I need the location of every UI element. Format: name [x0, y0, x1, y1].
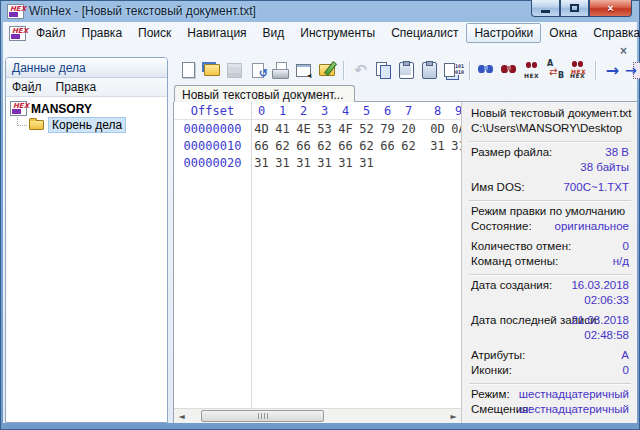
hex-byte[interactable]: 41 [272, 122, 293, 136]
hex-byte[interactable]: 0A [448, 122, 461, 136]
tree-item-case-child[interactable]: Корень дела [17, 117, 165, 133]
case-icon [10, 101, 27, 116]
details-label: Атрибуты: [471, 349, 525, 361]
details-label: Команд отмены: [471, 255, 558, 267]
menu-item[interactable]: Вид [255, 23, 293, 43]
find-hex-icon[interactable] [498, 59, 521, 81]
details-value[interactable]: 02:48:58 [584, 329, 629, 341]
menu-item[interactable]: Настройки [466, 23, 541, 43]
hex-row: 0000001066626662666266623131 [174, 137, 461, 154]
paste-write-icon[interactable] [395, 59, 418, 81]
copy-icon[interactable] [372, 59, 395, 81]
details-value[interactable]: 16.03.2018 [571, 279, 629, 291]
print-preview-icon[interactable] [246, 59, 269, 81]
replace-hex-icon[interactable] [567, 59, 590, 81]
details-row: Дата последней записи:21.03.2018 [471, 314, 629, 329]
case-panel-title: Данные дела [6, 58, 167, 78]
hex-byte[interactable]: 20 [398, 122, 419, 136]
hex-byte[interactable]: 62 [398, 139, 419, 153]
menu-item[interactable]: Специалист [383, 23, 466, 43]
hex-byte[interactable]: 66 [335, 139, 356, 153]
open-folder-icon[interactable] [200, 59, 223, 81]
edit-data-icon[interactable] [315, 59, 338, 81]
details-label: Имя DOS: [471, 181, 525, 193]
details-label: Дата создания: [471, 279, 552, 291]
details-separator [471, 270, 629, 279]
find-hex-values-icon[interactable] [521, 59, 544, 81]
maximize-button[interactable] [560, 0, 589, 17]
hex-byte[interactable]: 31 [251, 156, 272, 170]
hex-editor[interactable]: Offset 0123456789 000000004D414E534F5279… [174, 102, 461, 408]
hex-byte[interactable]: 31 [314, 156, 335, 170]
hex-byte[interactable]: 62 [314, 139, 335, 153]
hex-byte[interactable]: 66 [293, 139, 314, 153]
text-converter-icon[interactable]: B [544, 59, 567, 81]
details-value[interactable]: шестнадцатеричный [519, 403, 629, 415]
hex-byte[interactable]: 31 [448, 139, 461, 153]
print-icon[interactable] [269, 59, 292, 81]
case-menu-item[interactable]: Правка [56, 80, 97, 94]
hex-byte[interactable]: 4D [251, 122, 272, 136]
case-menu-item[interactable]: Файл [12, 80, 42, 94]
offset-column-divider [251, 102, 252, 408]
hex-byte[interactable]: 31 [293, 156, 314, 170]
hex-byte[interactable]: 31 [272, 156, 293, 170]
hex-byte[interactable]: 31 [427, 139, 448, 153]
minimize-button[interactable] [531, 0, 560, 17]
scrollbar-track[interactable] [189, 409, 446, 423]
menu-item[interactable]: Файл [28, 23, 74, 43]
document-tab[interactable]: Новый текстовый документ... [174, 85, 355, 102]
details-value[interactable]: 21.03.2018 [571, 314, 629, 326]
menu-item[interactable]: Навигация [179, 23, 254, 43]
close-button[interactable]: × [589, 0, 632, 17]
toolbar-separator [469, 61, 470, 80]
hex-byte[interactable]: 4E [293, 122, 314, 136]
details-value[interactable]: оригинальное [555, 220, 629, 232]
hex-byte[interactable]: 79 [377, 122, 398, 136]
new-file-icon[interactable] [177, 59, 200, 81]
menu-item[interactable]: Справка [585, 23, 640, 43]
details-value[interactable]: 0 [623, 364, 629, 376]
copy-binary-icon[interactable] [441, 59, 464, 81]
details-row: Дата создания:16.03.2018 [471, 279, 629, 294]
scrollbar-thumb[interactable] [201, 410, 324, 422]
details-value[interactable]: шестнадцатеричный [519, 388, 629, 400]
details-value[interactable]: н/д [613, 255, 629, 267]
menu-item[interactable]: Поиск [130, 23, 179, 43]
details-text: C:\Users\MANSORY\Desktop [471, 122, 629, 137]
details-separator [471, 379, 629, 388]
properties-icon[interactable] [292, 59, 315, 81]
tree-item-case-root[interactable]: MANSORY [8, 100, 165, 117]
document-icon[interactable] [9, 26, 26, 41]
hex-byte[interactable]: 0D [427, 122, 448, 136]
hex-byte[interactable]: 52 [356, 122, 377, 136]
hex-byte[interactable]: 66 [251, 139, 272, 153]
details-value[interactable]: 02:06:33 [584, 294, 629, 306]
hex-byte[interactable]: 31 [335, 156, 356, 170]
menu-item[interactable]: Правка [74, 23, 131, 43]
paste-icon[interactable] [418, 59, 441, 81]
scroll-left-arrow[interactable]: ◄ [174, 409, 189, 423]
hex-byte[interactable]: 62 [356, 139, 377, 153]
scroll-right-arrow[interactable]: ► [446, 409, 461, 423]
app-icon[interactable] [7, 4, 24, 19]
continue-search-icon[interactable] [601, 59, 624, 81]
details-value[interactable]: 38 B [605, 146, 629, 158]
hex-byte[interactable]: 4F [335, 122, 356, 136]
undo-icon[interactable] [349, 59, 372, 81]
menu-item[interactable]: Инструменты [292, 23, 383, 43]
details-value[interactable]: 0 [623, 240, 629, 252]
details-value[interactable]: 700C~1.TXT [563, 181, 629, 193]
mdi-close-button[interactable]: × [616, 44, 631, 57]
go-to-offset-icon[interactable] [624, 59, 640, 81]
horizontal-scrollbar[interactable]: ◄ ► [174, 408, 461, 423]
hex-byte[interactable]: 66 [377, 139, 398, 153]
save-icon[interactable] [223, 59, 246, 81]
find-text-icon[interactable] [475, 59, 498, 81]
hex-byte[interactable]: 62 [272, 139, 293, 153]
details-value[interactable]: A [621, 349, 629, 361]
menu-item[interactable]: Окна [541, 23, 585, 43]
details-value[interactable]: 38 байты [580, 161, 629, 173]
hex-byte[interactable]: 53 [314, 122, 335, 136]
hex-byte[interactable]: 31 [356, 156, 377, 170]
